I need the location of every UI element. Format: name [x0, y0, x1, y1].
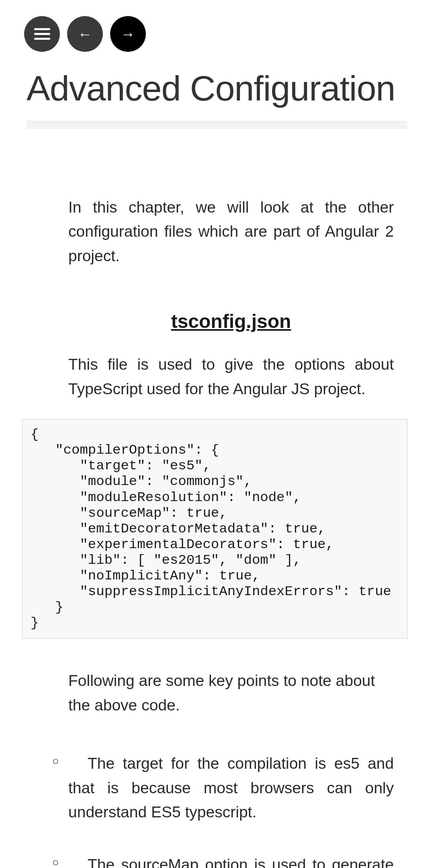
list-item: The sourceMap option is used to generate…: [68, 853, 394, 868]
list-item-text: The sourceMap option is used to generate…: [68, 856, 394, 868]
key-points-list: The target for the compilation is es5 an…: [68, 751, 394, 868]
page-title: Advanced Configuration: [27, 68, 434, 109]
arrow-left-icon: ←: [78, 26, 92, 43]
list-item-text: The target for the compilation is es5 an…: [68, 755, 394, 821]
hamburger-icon: [34, 28, 50, 40]
arrow-right-icon: →: [121, 26, 135, 43]
post-code-paragraph: Following are some key points to note ab…: [68, 669, 394, 717]
nav-button-bar: ← →: [0, 0, 434, 52]
back-button[interactable]: ←: [67, 16, 103, 52]
forward-button[interactable]: →: [110, 16, 146, 52]
section-description: This file is used to give the options ab…: [68, 352, 394, 401]
code-block-tsconfig: { "compilerOptions": { "target": "es5", …: [22, 419, 407, 639]
intro-paragraph: In this chapter, we will look at the oth…: [68, 195, 394, 268]
section-heading-tsconfig: tsconfig.json: [68, 310, 394, 332]
main-content: In this chapter, we will look at the oth…: [0, 129, 434, 868]
list-item: The target for the compilation is es5 an…: [68, 751, 394, 824]
menu-button[interactable]: [24, 16, 60, 52]
title-divider: [27, 121, 407, 129]
